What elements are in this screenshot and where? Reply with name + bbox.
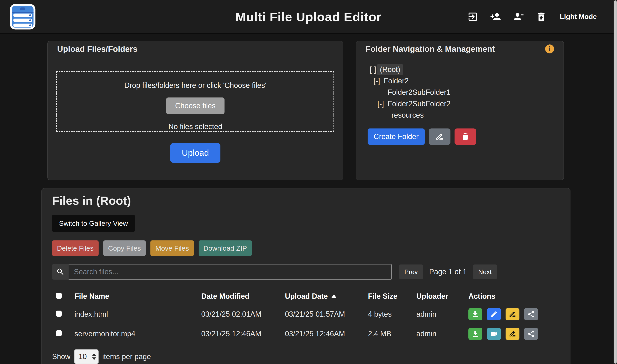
download-file-button[interactable]	[469, 328, 482, 340]
rename-file-button[interactable]	[506, 328, 519, 340]
upload-button[interactable]: Upload	[170, 143, 220, 163]
upload-date-cell: 03/21/25 12:46AM	[285, 329, 368, 338]
date-modified-cell: 03/21/25 02:01AM	[201, 310, 285, 319]
theme-toggle-button[interactable]: Light Mode	[559, 13, 598, 21]
switch-gallery-view-button[interactable]: Switch to Gallery View	[52, 215, 135, 232]
upload-panel: Upload Files/Folders Drop files/folders …	[47, 41, 343, 180]
header-actions: Light Mode	[467, 0, 598, 33]
column-header-uploader[interactable]: Uploader	[416, 292, 469, 300]
create-folder-button[interactable]: Create Folder	[368, 129, 425, 145]
tree-item-root[interactable]: [-] (Root)	[370, 64, 563, 75]
items-per-page-value: 10	[79, 352, 87, 361]
rename-folder-button[interactable]	[429, 129, 450, 145]
items-per-page-label: items per page	[102, 352, 151, 361]
next-page-button[interactable]: Next	[473, 264, 497, 279]
folder-panel-header: Folder Navigation & Management i	[356, 41, 563, 57]
trash-icon	[461, 132, 470, 141]
move-files-button[interactable]: Move Files	[150, 240, 194, 256]
page-scrollbar	[614, 0, 617, 364]
column-header-date-modified[interactable]: Date Modified	[201, 292, 285, 300]
folder-panel-title: Folder Navigation & Management	[365, 44, 495, 54]
collapse-toggle[interactable]: [-]	[374, 77, 384, 85]
trash-restore-icon	[536, 11, 547, 22]
file-size-cell: 2.4 MB	[368, 329, 416, 338]
tree-item-label: Folder2	[384, 77, 409, 85]
collapse-toggle[interactable]: [-]	[377, 100, 388, 108]
delete-folder-button[interactable]	[455, 129, 476, 145]
trash-restore-button[interactable]	[536, 11, 547, 22]
tree-item-folder2[interactable]: [-] Folder2	[370, 75, 563, 87]
page-indicator: Page 1 of 1	[429, 268, 467, 276]
file-dropzone[interactable]: Drop files/folders here or click 'Choose…	[56, 71, 334, 132]
search-input[interactable]	[68, 264, 392, 280]
files-panel: Files in (Root) Switch to Gallery View D…	[41, 188, 570, 364]
share-icon	[527, 310, 535, 318]
share-file-button[interactable]	[524, 308, 538, 320]
uploader-cell: admin	[416, 310, 469, 319]
login-button[interactable]	[467, 11, 478, 22]
prev-page-button[interactable]: Prev	[399, 264, 423, 279]
tree-item-folder2subfolder2[interactable]: [-] Folder2SubFolder2	[370, 98, 563, 109]
row-checkbox[interactable]	[56, 311, 62, 317]
table-row: index.html 03/21/25 02:01AM 03/21/25 01:…	[52, 304, 560, 324]
column-header-file-size[interactable]: File Size	[368, 292, 416, 300]
search-icon	[56, 268, 65, 276]
page-title: Multi File Upload Editor	[235, 9, 381, 24]
column-header-file-name[interactable]: File Name	[75, 292, 201, 300]
download-zip-button[interactable]: Download ZIP	[199, 240, 252, 256]
file-size-cell: 4 bytes	[368, 310, 416, 319]
share-file-button[interactable]	[524, 328, 538, 340]
remove-user-button[interactable]	[513, 11, 524, 22]
files-panel-body: Files in (Root) Switch to Gallery View D…	[42, 194, 570, 364]
delete-files-button[interactable]: Delete Files	[52, 240, 99, 256]
edit-pencil-icon	[435, 132, 444, 141]
play-video-button[interactable]	[487, 328, 501, 340]
folder-panel: Folder Navigation & Management i [-] (Ro…	[356, 41, 564, 180]
actions-cell	[469, 308, 560, 320]
search-icon-box	[52, 264, 68, 280]
copy-files-button[interactable]: Copy Files	[103, 240, 146, 256]
row-checkbox[interactable]	[56, 330, 62, 336]
login-icon	[467, 11, 478, 22]
rename-file-button[interactable]	[506, 308, 519, 320]
video-camera-icon	[490, 330, 498, 338]
search-row: Prev Page 1 of 1 Next	[52, 264, 560, 280]
app-header: Multi File Upload Editor Light Mode	[0, 0, 617, 34]
upload-panel-title: Upload Files/Folders	[57, 44, 137, 54]
items-per-page-row: Show 10 items per page	[52, 349, 560, 364]
items-per-page-select[interactable]: 10	[74, 349, 99, 364]
share-icon	[527, 330, 535, 338]
show-label: Show	[52, 352, 70, 361]
column-header-upload-date[interactable]: Upload Date	[285, 292, 368, 300]
tree-item-resources[interactable]: resources	[370, 109, 563, 121]
scrollbar-thumb[interactable]	[614, 0, 617, 364]
pencil-icon	[490, 310, 498, 318]
folder-tree: [-] (Root) [-] Folder2 Folder2SubFolder1…	[356, 57, 563, 121]
spinner-arrows-icon[interactable]	[92, 353, 96, 360]
app-page: Multi File Upload Editor Light Mode Uplo…	[0, 0, 617, 364]
edit-file-button[interactable]	[487, 308, 501, 320]
tree-item-folder2subfolder1[interactable]: Folder2SubFolder1	[370, 87, 563, 98]
select-all-checkbox[interactable]	[56, 293, 62, 299]
column-header-actions: Actions	[469, 292, 560, 300]
tree-item-label: Folder2SubFolder1	[388, 88, 450, 97]
download-file-button[interactable]	[469, 308, 482, 320]
tree-item-label: resources	[391, 111, 424, 119]
tree-item-label: Folder2SubFolder2	[388, 100, 450, 108]
rename-icon	[509, 330, 516, 338]
add-user-icon	[490, 11, 501, 22]
upload-button-row: Upload	[48, 132, 343, 163]
tree-item-label: (Root)	[377, 64, 403, 75]
table-row: servermonitor.mp4 03/21/25 12:46AM 03/21…	[52, 324, 560, 344]
download-icon	[471, 330, 479, 338]
no-files-text: No files selected	[168, 122, 222, 131]
choose-files-button[interactable]: Choose files	[166, 97, 225, 114]
actions-cell	[469, 328, 560, 340]
file-name-cell: servermonitor.mp4	[75, 329, 201, 338]
uploader-cell: admin	[416, 329, 469, 338]
info-icon[interactable]: i	[545, 44, 554, 53]
bulk-actions-row: Delete Files Copy Files Move Files Downl…	[52, 240, 560, 256]
upload-date-cell: 03/21/25 01:57AM	[285, 310, 368, 319]
add-user-button[interactable]	[490, 11, 501, 22]
server-logo-icon	[9, 3, 36, 30]
